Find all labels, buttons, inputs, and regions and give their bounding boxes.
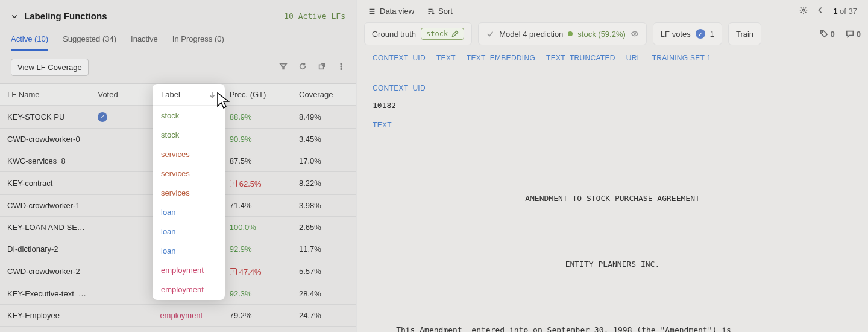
coverage-cell: 8.22% — [294, 171, 356, 194]
col-voted[interactable]: Voted — [93, 84, 155, 106]
refresh-icon[interactable] — [298, 62, 307, 72]
coverage-cell: 8.49% — [294, 106, 356, 129]
label-cell: stock — [155, 128, 224, 150]
voted-cell — [93, 283, 155, 304]
prec-cell: ! 47.4% — [225, 260, 294, 283]
view-lf-coverage-button[interactable]: View LF Coverage — [11, 59, 89, 76]
lf-name-cell: KEY-contract — [0, 171, 93, 194]
table-row[interactable]: KEY-STOCK PU✓stock88.9%8.49% — [0, 106, 356, 129]
label-cell: services — [155, 171, 224, 194]
tab-active[interactable]: Active (10) — [11, 28, 48, 51]
lf-name-cell: CWD-crowdworker-2 — [0, 260, 93, 283]
export-icon[interactable] — [318, 62, 326, 72]
lf-name-cell: CWD-crowdworker-1 — [0, 194, 93, 216]
col-lfname[interactable]: LF Name — [0, 84, 93, 106]
chevron-down-icon[interactable] — [11, 13, 18, 20]
coverage-cell: 2.65% — [294, 216, 356, 238]
gear-icon[interactable] — [799, 6, 808, 16]
prec-cell: 79.2% — [225, 304, 294, 326]
field-link-training-set[interactable]: TRAINING SET 1 — [652, 54, 711, 62]
tags-count[interactable]: 0 — [820, 30, 835, 39]
label-cell: loan — [155, 216, 224, 238]
table-row[interactable]: KEY-LOAN AND SECURITloan100.0%2.65% — [0, 216, 356, 238]
label-cell: loan — [155, 238, 224, 260]
prec-cell: 100.0% — [225, 216, 294, 238]
field-link-url[interactable]: URL — [626, 54, 641, 62]
ground-truth-chip[interactable]: Ground truth stock — [364, 22, 472, 45]
context-uid-label: CONTEXT_UID — [373, 84, 852, 92]
status-dot-icon — [568, 31, 573, 36]
lf-name-cell: KEY-STOCK PU — [0, 106, 93, 129]
ground-truth-value[interactable]: stock — [421, 28, 464, 40]
voted-cell — [93, 128, 155, 150]
tab-in-progress[interactable]: In Progress (0) — [172, 28, 224, 51]
comments-count[interactable]: 0 — [846, 30, 861, 39]
lf-name-cell: KEY-Executive-text_trunc — [0, 283, 93, 304]
lf-name-cell: KEY-LOAN AND SECURIT — [0, 216, 93, 238]
field-link-text-truncated[interactable]: TEXT_TRUNCATED — [546, 54, 615, 62]
svg-marker-0 — [280, 64, 287, 69]
voted-cell — [93, 171, 155, 194]
warn-icon: ! — [230, 180, 237, 187]
col-prec[interactable]: Prec. (GT) — [225, 84, 294, 106]
prec-cell: 71.4% — [225, 194, 294, 216]
voted-cell — [93, 194, 155, 216]
field-link-text[interactable]: TEXT — [436, 54, 456, 62]
svg-point-4 — [341, 66, 342, 67]
coverage-cell: 5.57% — [294, 260, 356, 283]
table-row[interactable]: KWC-services_8services87.5%17.0% — [0, 150, 356, 171]
field-link-context-uid[interactable]: CONTEXT_UID — [373, 54, 426, 62]
prec-cell: ! 62.5% — [225, 171, 294, 194]
warn-icon: ! — [230, 268, 237, 275]
lf-votes-chip[interactable]: LF votes ✓ 1 — [653, 22, 722, 45]
lf-name-cell: CWD-crowdworker-0 — [0, 128, 93, 150]
table-row[interactable]: KEY-Executive-text_truncemployment92.3%2… — [0, 283, 356, 304]
svg-point-5 — [341, 69, 342, 70]
label-cell: stock — [155, 106, 224, 129]
voted-cell — [93, 216, 155, 238]
table-row[interactable]: CWD-crowdworker-2loan! 47.4%5.57% — [0, 260, 356, 283]
field-link-text-embedding[interactable]: TEXT_EMBEDDING — [467, 54, 535, 62]
voted-cell: ✓ — [93, 106, 155, 129]
col-label[interactable]: Label — [155, 84, 224, 106]
prec-cell: 92.9% — [225, 238, 294, 260]
coverage-cell: 3.98% — [294, 194, 356, 216]
check-icon: ✓ — [696, 29, 705, 39]
more-icon[interactable] — [337, 62, 345, 72]
table-row[interactable]: CWD-crowdworker-1services71.4%3.98% — [0, 194, 356, 216]
coverage-cell: 24.7% — [294, 304, 356, 326]
data-view-button[interactable]: Data view — [368, 7, 414, 16]
page-title: Labeling Functions — [24, 11, 107, 21]
document-text: AMENDMENT TO STOCK PURCHASE AGREEMENT EN… — [373, 144, 852, 332]
lf-name-cell: KWC-services_8 — [0, 150, 93, 171]
table-row[interactable]: DI-dictionary-2loan92.9%11.7% — [0, 238, 356, 260]
text-label: TEXT — [373, 121, 852, 129]
table-row[interactable]: KEY-contractservices! 62.5%8.22% — [0, 171, 356, 194]
label-cell: employment — [155, 304, 224, 326]
voted-cell — [93, 238, 155, 260]
voted-cell — [93, 304, 155, 326]
svg-point-14 — [802, 9, 805, 11]
sort-button[interactable]: Sort — [426, 7, 453, 16]
label-cell: loan — [155, 260, 224, 283]
col-coverage[interactable]: Coverage — [294, 84, 356, 106]
record-position: 1 of 37 — [833, 7, 857, 16]
label-cell: employment — [155, 283, 224, 304]
table-row[interactable]: CWD-crowdworker-0stock90.9%3.45% — [0, 128, 356, 150]
lf-name-cell: DI-dictionary-2 — [0, 238, 93, 260]
filter-icon[interactable] — [279, 62, 288, 72]
tab-suggested[interactable]: Suggested (34) — [63, 28, 116, 51]
table-row[interactable]: KEY-Employeeemployment79.2%24.7% — [0, 304, 356, 326]
model-prediction-chip[interactable]: Model 4 prediction stock (59.2%) — [478, 22, 647, 45]
train-chip[interactable]: Train — [728, 22, 761, 45]
coverage-cell: 17.0% — [294, 150, 356, 171]
tab-inactive[interactable]: Inactive — [131, 28, 158, 51]
svg-point-15 — [634, 33, 636, 35]
prec-cell: 92.3% — [225, 283, 294, 304]
eye-icon[interactable] — [631, 30, 639, 38]
coverage-cell: 3.45% — [294, 128, 356, 150]
voted-cell — [93, 150, 155, 171]
field-nav-links: CONTEXT_UID TEXT TEXT_EMBEDDING TEXT_TRU… — [373, 54, 852, 73]
prev-record-button[interactable] — [816, 6, 825, 16]
prec-cell: 87.5% — [225, 150, 294, 171]
